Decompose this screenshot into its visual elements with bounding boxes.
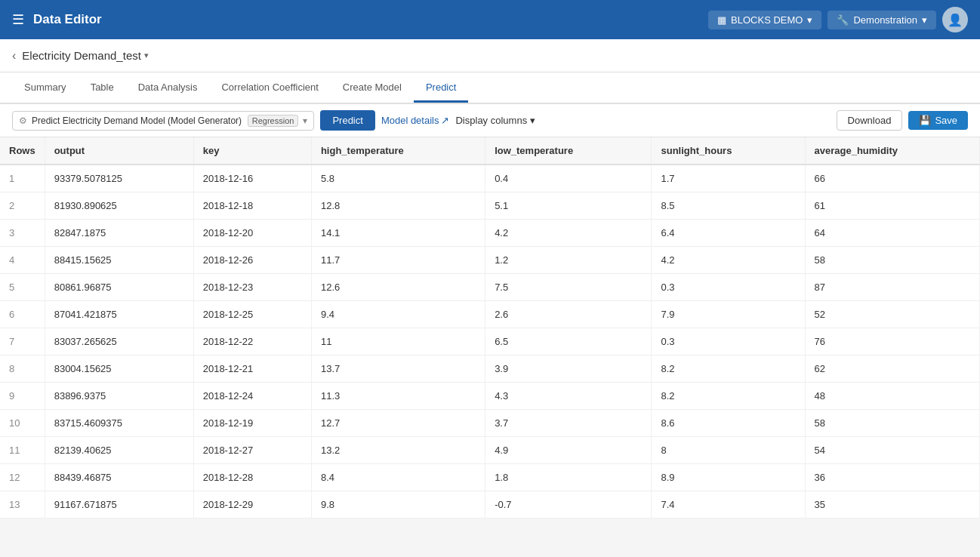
sub-header: ‹ Electricity Demand_test ▾ <box>0 39 980 72</box>
dataset-title: Electricity Demand_test ▾ <box>22 49 149 62</box>
demonstration-label: Demonstration <box>853 14 917 26</box>
cell-row-num: 2 <box>0 192 45 220</box>
blocks-demo-button[interactable]: ▦ BLOCKS DEMO ▾ <box>708 11 821 29</box>
cell-high-temperature: 14.1 <box>311 220 485 247</box>
cell-key: 2018-12-25 <box>193 301 311 328</box>
cell-average-humidity: 52 <box>805 301 980 328</box>
col-header-sunlight-hours: sunlight_hours <box>652 137 805 165</box>
model-selector[interactable]: ⚙ Predict Electricity Demand Model (Mode… <box>12 111 314 131</box>
cell-average-humidity: 58 <box>805 410 980 437</box>
cell-average-humidity: 61 <box>805 192 980 220</box>
cell-output: 88439.46875 <box>45 464 193 491</box>
cell-high-temperature: 9.4 <box>311 301 485 328</box>
cell-low-temperature: 7.5 <box>485 274 652 301</box>
blocks-icon: ▦ <box>717 14 726 26</box>
tab-predict[interactable]: Predict <box>414 74 468 103</box>
predict-button[interactable]: Predict <box>320 110 374 131</box>
model-details-label: Model details <box>381 115 439 126</box>
avatar[interactable]: 👤 <box>942 7 968 32</box>
app-header: ☰ Data Editor ▦ BLOCKS DEMO ▾ 🔧 Demonstr… <box>0 0 980 39</box>
cell-row-num: 11 <box>0 437 45 464</box>
model-label: Predict Electricity Demand Model (Model … <box>32 115 243 126</box>
cell-sunlight-hours: 6.4 <box>652 220 805 247</box>
header-left: ☰ Data Editor <box>12 11 102 28</box>
cell-average-humidity: 76 <box>805 328 980 355</box>
cell-sunlight-hours: 1.7 <box>652 165 805 192</box>
cell-high-temperature: 8.4 <box>311 464 485 491</box>
app-title: Data Editor <box>33 12 102 27</box>
save-icon: 💾 <box>919 115 931 126</box>
save-button[interactable]: 💾 Save <box>908 111 968 130</box>
cell-sunlight-hours: 8 <box>652 437 805 464</box>
cell-low-temperature: 0.4 <box>485 165 652 192</box>
tab-create-model[interactable]: Create Model <box>331 74 414 103</box>
cell-sunlight-hours: 0.3 <box>652 328 805 355</box>
tab-table[interactable]: Table <box>79 74 126 103</box>
save-label: Save <box>935 115 957 126</box>
cell-sunlight-hours: 8.9 <box>652 464 805 491</box>
cell-key: 2018-12-26 <box>193 247 311 274</box>
cell-key: 2018-12-18 <box>193 192 311 220</box>
cell-average-humidity: 54 <box>805 437 980 464</box>
hamburger-icon[interactable]: ☰ <box>12 11 24 28</box>
cell-row-num: 4 <box>0 247 45 274</box>
download-button[interactable]: Download <box>837 110 903 131</box>
cell-key: 2018-12-29 <box>193 491 311 519</box>
table-row: 4 88415.15625 2018-12-26 11.7 1.2 4.2 58 <box>0 247 980 274</box>
tab-data-analysis[interactable]: Data Analysis <box>126 74 210 103</box>
predict-toolbar: ⚙ Predict Electricity Demand Model (Mode… <box>0 104 980 137</box>
tab-correlation-coefficient[interactable]: Correlation Coefficient <box>209 74 330 103</box>
cell-sunlight-hours: 8.5 <box>652 192 805 220</box>
header-right: ▦ BLOCKS DEMO ▾ 🔧 Demonstration ▾ 👤 <box>708 7 968 32</box>
table-row: 3 82847.1875 2018-12-20 14.1 4.2 6.4 64 <box>0 220 980 247</box>
cell-output: 93379.5078125 <box>45 165 193 192</box>
table-row: 11 82139.40625 2018-12-27 13.2 4.9 8 54 <box>0 437 980 464</box>
back-button[interactable]: ‹ <box>12 49 16 63</box>
cell-output: 83037.265625 <box>45 328 193 355</box>
cell-sunlight-hours: 4.2 <box>652 247 805 274</box>
cell-average-humidity: 64 <box>805 220 980 247</box>
cell-output: 83896.9375 <box>45 383 193 410</box>
cell-high-temperature: 11.3 <box>311 383 485 410</box>
cell-low-temperature: 2.6 <box>485 301 652 328</box>
dataset-name-label: Electricity Demand_test <box>22 49 141 62</box>
cell-key: 2018-12-28 <box>193 464 311 491</box>
cell-sunlight-hours: 7.9 <box>652 301 805 328</box>
cell-key: 2018-12-16 <box>193 165 311 192</box>
table-header-row: Rows output key high_temperature low_tem… <box>0 137 980 165</box>
dataset-dropdown-icon[interactable]: ▾ <box>144 51 149 60</box>
cell-sunlight-hours: 7.4 <box>652 491 805 519</box>
data-table: Rows output key high_temperature low_tem… <box>0 137 980 519</box>
cell-low-temperature: 4.9 <box>485 437 652 464</box>
model-gear-icon: ⚙ <box>19 115 27 126</box>
cell-key: 2018-12-20 <box>193 220 311 247</box>
cell-average-humidity: 66 <box>805 165 980 192</box>
model-details-link[interactable]: Model details ↗ <box>381 115 450 126</box>
cell-average-humidity: 87 <box>805 274 980 301</box>
table-row: 2 81930.890625 2018-12-18 12.8 5.1 8.5 6… <box>0 192 980 220</box>
display-columns-button[interactable]: Display columns ▾ <box>455 115 535 126</box>
blocks-demo-label: BLOCKS DEMO <box>731 14 803 26</box>
cell-row-num: 10 <box>0 410 45 437</box>
cell-low-temperature: 4.3 <box>485 383 652 410</box>
cell-low-temperature: 5.1 <box>485 192 652 220</box>
cell-row-num: 9 <box>0 383 45 410</box>
cell-low-temperature: 3.9 <box>485 355 652 383</box>
cell-key: 2018-12-19 <box>193 410 311 437</box>
cell-average-humidity: 48 <box>805 383 980 410</box>
tab-summary[interactable]: Summary <box>12 74 79 103</box>
col-header-rows: Rows <box>0 137 45 165</box>
cell-output: 91167.671875 <box>45 491 193 519</box>
blocks-demo-chevron-icon: ▾ <box>807 14 812 26</box>
cell-sunlight-hours: 0.3 <box>652 274 805 301</box>
col-header-low-temperature: low_temperature <box>485 137 652 165</box>
cell-low-temperature: 1.2 <box>485 247 652 274</box>
cell-high-temperature: 5.8 <box>311 165 485 192</box>
cell-key: 2018-12-21 <box>193 355 311 383</box>
col-header-key: key <box>193 137 311 165</box>
table-row: 8 83004.15625 2018-12-21 13.7 3.9 8.2 62 <box>0 355 980 383</box>
col-header-high-temperature: high_temperature <box>311 137 485 165</box>
cell-output: 80861.96875 <box>45 274 193 301</box>
cell-high-temperature: 11.7 <box>311 247 485 274</box>
demonstration-button[interactable]: 🔧 Demonstration ▾ <box>827 11 936 29</box>
